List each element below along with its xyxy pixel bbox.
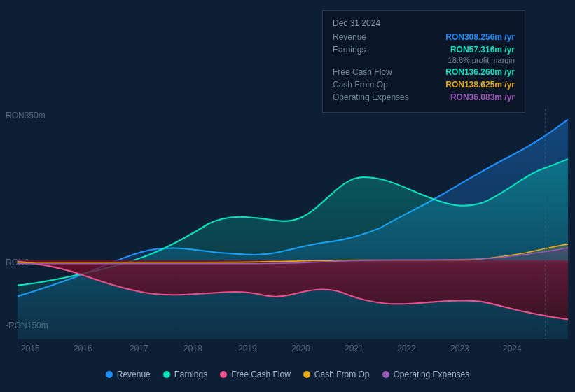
tooltip-value-fcf: RON136.260m /yr xyxy=(445,67,515,77)
legend-item-earnings: Earnings xyxy=(163,370,207,379)
legend-dot-cashop xyxy=(303,371,310,378)
x-label-2020: 2020 xyxy=(291,344,310,354)
x-label-2015: 2015 xyxy=(21,344,40,354)
x-label-2021: 2021 xyxy=(345,344,363,354)
chart-legend: Revenue Earnings Free Cash Flow Cash Fro… xyxy=(0,370,575,379)
legend-label-fcf: Free Cash Flow xyxy=(231,370,291,379)
tooltip-label-opex: Operating Expenses xyxy=(333,92,417,102)
tooltip-value-revenue: RON308.256m /yr xyxy=(445,32,515,42)
legend-item-fcf: Free Cash Flow xyxy=(220,370,291,379)
legend-label-earnings: Earnings xyxy=(174,370,207,379)
tooltip-value-earnings: RON57.316m /yr xyxy=(450,45,515,55)
tooltip-label-revenue: Revenue xyxy=(333,32,417,42)
tooltip-value-cashop: RON138.625m /yr xyxy=(445,80,515,90)
tooltip-label-fcf: Free Cash Flow xyxy=(333,67,417,77)
chart-svg xyxy=(18,108,568,340)
x-label-2024: 2024 xyxy=(503,344,522,354)
tooltip-date: Dec 31 2024 xyxy=(333,18,515,28)
legend-dot-opex xyxy=(382,371,389,378)
tooltip-value-opex: RON36.083m /yr xyxy=(450,92,515,102)
x-label-2016: 2016 xyxy=(74,344,92,354)
x-label-2023: 2023 xyxy=(450,344,469,354)
legend-item-opex: Operating Expenses xyxy=(382,370,470,379)
chart-area xyxy=(18,108,568,340)
tooltip-row-opex: Operating Expenses RON36.083m /yr xyxy=(333,92,515,102)
tooltip-box: Dec 31 2024 Revenue RON308.256m /yr Earn… xyxy=(322,10,525,113)
tooltip-row-earnings: Earnings RON57.316m /yr xyxy=(333,45,515,55)
x-label-2019: 2019 xyxy=(238,344,257,354)
chart-container: Dec 31 2024 Revenue RON308.256m /yr Earn… xyxy=(0,0,575,392)
tooltip-row-revenue: Revenue RON308.256m /yr xyxy=(333,32,515,42)
tooltip-label-earnings: Earnings xyxy=(333,45,417,55)
legend-label-cashop: Cash From Op xyxy=(314,370,370,379)
tooltip-sub-profit-margin: 18.6% profit margin xyxy=(333,56,515,64)
tooltip-label-cashop: Cash From Op xyxy=(333,80,417,90)
legend-dot-earnings xyxy=(163,371,170,378)
tooltip-row-fcf: Free Cash Flow RON136.260m /yr xyxy=(333,67,515,77)
legend-dot-fcf xyxy=(220,371,227,378)
tooltip-row-cashop: Cash From Op RON138.625m /yr xyxy=(333,80,515,90)
x-label-2018: 2018 xyxy=(183,344,202,354)
legend-label-revenue: Revenue xyxy=(117,370,151,379)
x-label-2022: 2022 xyxy=(397,344,416,354)
legend-label-opex: Operating Expenses xyxy=(394,370,470,379)
legend-dot-revenue xyxy=(106,371,113,378)
legend-item-revenue: Revenue xyxy=(106,370,151,379)
legend-item-cashop: Cash From Op xyxy=(303,370,370,379)
x-label-2017: 2017 xyxy=(130,344,148,354)
